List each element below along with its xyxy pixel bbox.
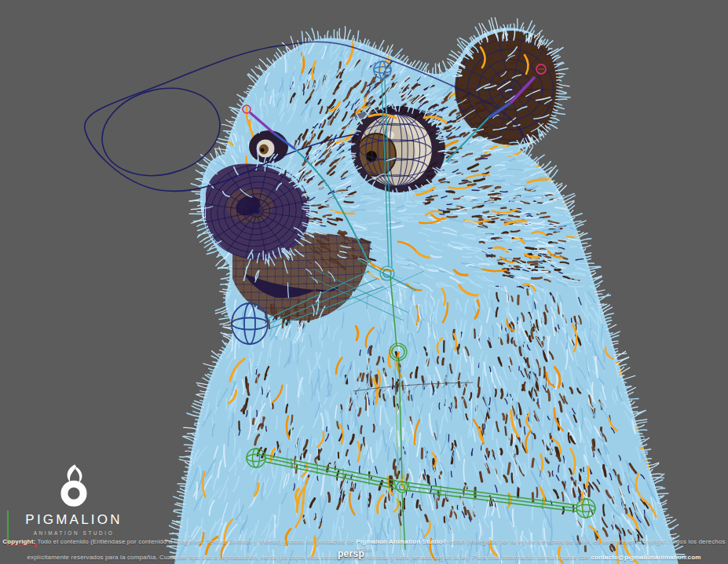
logo-flame-icon (53, 463, 95, 507)
camera-name-label: persp (338, 548, 364, 559)
bear-character (85, 10, 714, 564)
logo-title: PIGMALION (22, 512, 126, 528)
viewport[interactable]: x PIGMALION ANIMATION STUDIO persp Copyr… (0, 0, 728, 564)
studio-logo: PIGMALION ANIMATION STUDIO (22, 463, 126, 536)
logo-subtitle: ANIMATION STUDIO (22, 530, 126, 536)
